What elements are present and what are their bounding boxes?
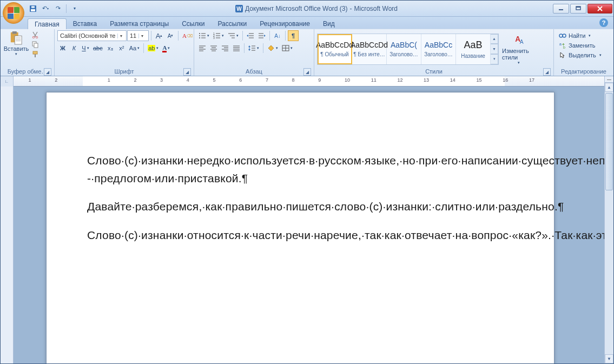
tab-layout[interactable]: Разметка страницы [103, 18, 175, 29]
font-size-combo[interactable]: 11▾ [127, 30, 149, 41]
align-right-button[interactable] [220, 43, 230, 54]
font-launcher[interactable]: ◢ [183, 68, 191, 76]
subscript-button[interactable]: x₂ [105, 43, 116, 54]
shrink-font-button[interactable]: A▾ [165, 30, 176, 41]
style-no-spacing[interactable]: AaBbCcDd¶ Без инте… [352, 34, 387, 64]
tab-references[interactable]: Ссылки [175, 18, 211, 29]
bold-button[interactable]: Ж [57, 43, 68, 54]
paragraph-1[interactable]: Слово·(с)·изнанки·нередко·используется·в… [87, 152, 513, 187]
italic-button[interactable]: К [69, 43, 80, 54]
tab-selector[interactable]: ∟ [1, 76, 14, 87]
borders-button[interactable]: ▾ [280, 43, 294, 54]
align-center-button[interactable] [208, 43, 219, 54]
group-paragraph: ▾ 123▾ ▾ A↓ ¶ [194, 29, 314, 76]
gallery-more[interactable]: ▾ [491, 54, 498, 64]
select-button[interactable]: Выделить▾ [557, 51, 604, 59]
find-button[interactable]: Найти▾ [557, 31, 604, 40]
scroll-thumb[interactable] [605, 93, 613, 190]
save-icon[interactable] [28, 3, 38, 14]
maximize-button[interactable] [570, 4, 586, 14]
vertical-scrollbar[interactable]: — ▲ ▼ [604, 76, 613, 363]
svg-text:a: a [559, 42, 562, 46]
font-color-button[interactable]: A▾ [161, 43, 171, 54]
group-styles: AaBbCcDd¶ Обычный AaBbCcDd¶ Без инте… Aa… [314, 29, 554, 76]
style-title[interactable]: АаВНазвание [456, 34, 491, 64]
svg-rect-2 [31, 6, 35, 8]
decrease-indent-button[interactable] [245, 30, 256, 41]
word-icon: W [235, 5, 243, 12]
horizontal-ruler[interactable]: 121234567891011121314151617 [14, 76, 604, 86]
superscript-button[interactable]: x² [116, 43, 127, 54]
paragraph-2[interactable]: Давайте·разберемся,·как·правильно·пишетс… [87, 198, 513, 216]
style-heading2[interactable]: AaBbCcЗаголово… [421, 34, 456, 64]
show-marks-button[interactable]: ¶ [288, 30, 299, 41]
style-heading1[interactable]: AaBbC(Заголово… [387, 34, 421, 64]
svg-rect-23 [35, 54, 36, 57]
multilevel-button[interactable]: ▾ [226, 30, 240, 41]
tab-view[interactable]: Вид [316, 18, 341, 29]
shading-button[interactable]: ▾ [266, 43, 280, 54]
minimize-button[interactable] [553, 4, 569, 14]
horizontal-ruler-bar: ∟ 121234567891011121314151617 [1, 76, 604, 87]
svg-point-26 [199, 35, 200, 36]
justify-button[interactable] [231, 43, 242, 54]
office-button[interactable] [3, 2, 24, 24]
titlebar: ↶▾ ↷ ▾ W Документ Microsoft Office Word … [1, 1, 613, 17]
replace-button[interactable]: abЗаменить [557, 41, 604, 50]
increase-indent-button[interactable] [256, 30, 267, 41]
sort-button[interactable]: A↓ [272, 30, 283, 41]
svg-rect-12 [15, 36, 22, 44]
close-button[interactable] [587, 4, 612, 14]
gallery-up[interactable]: ▲ [491, 34, 498, 44]
svg-text:A: A [520, 38, 524, 44]
ruler-toggle[interactable]: — [605, 76, 613, 83]
redo-icon[interactable]: ↷ [52, 3, 63, 14]
paragraph-3[interactable]: Слово·(с)·изнанки·относится·к·части·речи… [87, 227, 513, 244]
window-title: W Документ Microsoft Office Word (3) - M… [80, 5, 553, 12]
grow-font-button[interactable]: A▴ [154, 30, 164, 41]
tab-insert[interactable]: Вставка [67, 18, 104, 29]
group-editing: Найти▾ abЗаменить Выделить▾ Редактирован… [554, 29, 613, 76]
document-viewport[interactable]: Слово·(с)·изнанки·нередко·используется·в… [14, 87, 604, 363]
tab-mailings[interactable]: Рассылки [211, 18, 253, 29]
clear-formatting-button[interactable]: A⌫ [181, 30, 194, 41]
svg-point-24 [199, 33, 200, 34]
scroll-down-button[interactable]: ▼ [605, 354, 613, 363]
group-label-styles: Стили◢ [317, 68, 551, 76]
change-styles-button[interactable]: AA Изменить стили▾ [502, 32, 536, 66]
svg-rect-21 [34, 43, 38, 48]
paragraph-launcher[interactable]: ◢ [303, 68, 311, 76]
copy-icon[interactable] [30, 40, 40, 49]
highlight-button[interactable]: ab▾ [146, 43, 160, 54]
page: Слово·(с)·изнанки·нередко·используется·в… [46, 92, 554, 363]
align-left-button[interactable] [197, 43, 208, 54]
binoculars-icon [559, 32, 566, 39]
numbering-button[interactable]: 123▾ [212, 30, 226, 41]
strike-button[interactable]: abc [91, 43, 104, 54]
style-normal[interactable]: AaBbCcDd¶ Обычный [318, 34, 352, 64]
tab-review[interactable]: Рецензирование [253, 18, 316, 29]
scroll-up-button[interactable]: ▲ [605, 83, 613, 92]
gallery-down[interactable]: ▼ [491, 44, 498, 54]
change-case-button[interactable]: Aa▾ [128, 43, 141, 54]
font-name-combo[interactable]: Calibri (Основной те▾ [57, 30, 127, 41]
bullets-button[interactable]: ▾ [197, 30, 211, 41]
tab-home[interactable]: Главная [28, 18, 67, 29]
cut-icon[interactable] [30, 30, 40, 39]
format-painter-icon[interactable] [30, 50, 40, 58]
paste-button[interactable]: Вставить ▾ [3, 30, 29, 57]
group-label-editing: Редактирование [557, 68, 611, 76]
svg-point-28 [199, 37, 200, 38]
vertical-ruler[interactable] [1, 87, 14, 363]
ribbon-tabs: Главная Вставка Разметка страницы Ссылки… [1, 17, 613, 29]
group-font: Calibri (Основной те▾ 11▾ A▴ A▾ A⌫ Ж К Ч… [55, 29, 194, 76]
styles-gallery: AaBbCcDd¶ Обычный AaBbCcDd¶ Без инте… Aa… [317, 34, 499, 65]
line-spacing-button[interactable]: ▾ [247, 43, 261, 54]
clipboard-launcher[interactable]: ◢ [44, 68, 51, 76]
styles-launcher[interactable]: ◢ [543, 68, 551, 76]
undo-icon[interactable]: ↶▾ [40, 3, 51, 14]
qat-customize-icon[interactable]: ▾ [69, 3, 80, 14]
underline-button[interactable]: Ч▾ [80, 43, 91, 54]
help-icon[interactable]: ? [599, 18, 608, 27]
svg-text:b: b [563, 45, 565, 49]
